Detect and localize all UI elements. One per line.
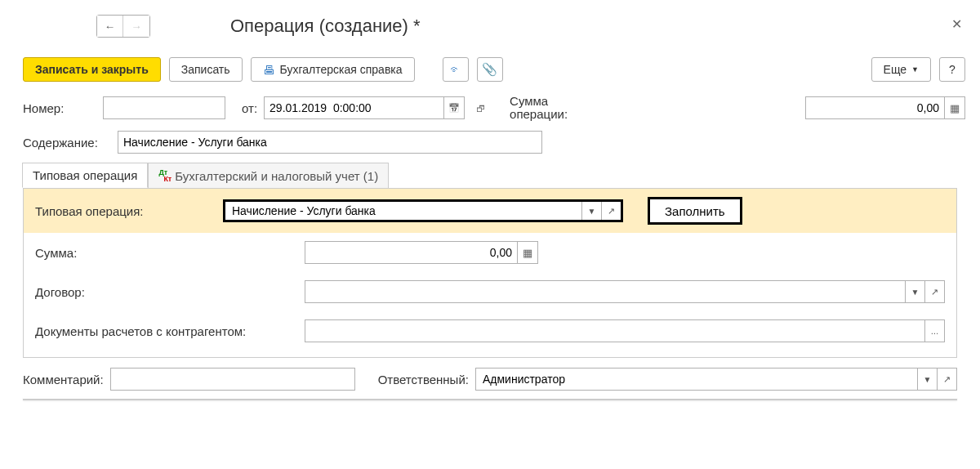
comment-input[interactable]	[110, 368, 355, 391]
tab2-label: Бухгалтерский и налоговый учет (1)	[175, 169, 378, 183]
docs-label: Документы расчетов с контрагентом:	[35, 324, 296, 338]
paperclip-icon: 📎	[482, 62, 497, 77]
sum-input[interactable]	[805, 96, 944, 119]
external-form-icon	[476, 101, 485, 114]
arrow-left-icon: ←	[105, 20, 115, 33]
chevron-down-icon: ▼	[924, 375, 932, 384]
chevron-down-icon: ▼	[911, 288, 920, 297]
tab-accounting[interactable]: ДтКт Бухгалтерский и налоговый учет (1)	[148, 163, 389, 188]
type-op-input[interactable]	[225, 202, 581, 220]
dtkt-icon: ДтКт	[158, 169, 172, 182]
fill-button[interactable]: Заполнить	[648, 197, 742, 225]
amount-input-group	[305, 241, 538, 264]
close-button[interactable]: ✕	[951, 16, 962, 32]
responsible-open-button[interactable]: ↗	[937, 368, 956, 390]
arrow-right-icon: →	[131, 20, 141, 33]
number-input[interactable]	[103, 96, 225, 119]
tabs-header: Типовая операция ДтКт Бухгалтерский и на…	[22, 163, 957, 188]
date-input-group	[264, 96, 465, 119]
row-amount: Сумма:	[24, 233, 956, 272]
more-button[interactable]: Еще ▼	[871, 57, 931, 82]
help-button[interactable]: ?	[939, 57, 965, 82]
chevron-down-icon: ▼	[911, 65, 919, 74]
tab-typical-operation[interactable]: Типовая операция	[22, 163, 148, 188]
printer-icon: 🖶	[263, 63, 275, 77]
calculator-icon	[950, 102, 960, 114]
content-label: Содержание:	[23, 136, 111, 150]
back-button[interactable]: ←	[97, 16, 123, 37]
header: ← → Операция (создание) * ✕	[15, 15, 965, 38]
attach-button[interactable]: 📎	[477, 57, 503, 82]
number-label: Номер:	[23, 101, 96, 115]
amount-input[interactable]	[305, 241, 517, 264]
calculator-icon	[523, 247, 532, 259]
date-input[interactable]	[264, 96, 443, 119]
row-content: Содержание:	[15, 131, 965, 154]
open-icon: ↗	[943, 374, 951, 385]
contract-dropdown-button[interactable]: ▼	[905, 281, 924, 302]
structure-button[interactable]: ᯤ	[443, 57, 469, 82]
contract-combo[interactable]: ▼ ↗	[305, 280, 945, 303]
ellipsis-icon: …	[931, 327, 939, 336]
open-icon: ↗	[608, 206, 615, 217]
date-label: от:	[242, 101, 257, 115]
print-reference-label: Бухгалтерская справка	[280, 63, 403, 76]
comment-label: Комментарий:	[23, 373, 104, 386]
responsible-combo[interactable]: ▼ ↗	[475, 368, 957, 391]
sum-calc-button[interactable]	[944, 96, 965, 119]
amount-label: Сумма:	[35, 246, 296, 260]
docs-select-button[interactable]: …	[924, 320, 944, 342]
tab-body: Типовая операция: ▼ ↗ Заполнить Сумма: Д…	[23, 188, 957, 358]
docs-input[interactable]	[305, 320, 924, 342]
content-input[interactable]	[118, 131, 542, 154]
print-reference-button[interactable]: 🖶 Бухгалтерская справка	[251, 57, 415, 82]
more-label: Еще	[884, 63, 907, 76]
calendar-button[interactable]	[443, 96, 465, 119]
docs-combo[interactable]: …	[305, 319, 945, 342]
chevron-down-icon: ▼	[588, 207, 596, 216]
save-and-close-button[interactable]: Записать и закрыть	[23, 57, 161, 82]
responsible-dropdown-button[interactable]: ▼	[917, 368, 937, 390]
save-button[interactable]: Записать	[169, 57, 243, 82]
calendar-icon	[448, 102, 460, 114]
structure-icon: ᯤ	[450, 63, 461, 76]
open-icon: ↗	[931, 287, 938, 297]
type-op-dropdown-button[interactable]: ▼	[581, 202, 601, 220]
sum-input-group	[805, 96, 965, 119]
row-contract: Договор: ▼ ↗	[24, 272, 956, 311]
contract-label: Договор:	[35, 285, 296, 299]
page-title: Операция (создание) *	[230, 16, 421, 37]
type-op-combo[interactable]: ▼ ↗	[223, 199, 623, 222]
contract-open-button[interactable]: ↗	[924, 281, 944, 302]
amount-calc-button[interactable]	[517, 241, 538, 264]
tab1-label: Типовая операция	[33, 168, 137, 182]
responsible-label: Ответственный:	[378, 373, 469, 386]
row-typical-operation: Типовая операция: ▼ ↗ Заполнить	[24, 189, 956, 233]
type-op-label: Типовая операция:	[35, 204, 215, 218]
responsible-input[interactable]	[476, 368, 917, 390]
footer-row: Комментарий: Ответственный: ▼ ↗	[15, 368, 965, 391]
nav-buttons: ← →	[96, 15, 150, 38]
forward-button[interactable]: →	[123, 16, 149, 37]
tabs-wrapper: Типовая операция ДтКт Бухгалтерский и на…	[15, 163, 965, 189]
contract-input[interactable]	[305, 281, 905, 302]
bottom-divider	[23, 397, 957, 400]
external-form-button[interactable]	[476, 101, 485, 114]
toolbar: Записать и закрыть Записать 🖶 Бухгалтерс…	[15, 57, 965, 82]
sum-label: Сумма операции:	[510, 95, 568, 121]
row-docs: Документы расчетов с контрагентом: …	[24, 311, 956, 351]
type-op-open-button[interactable]: ↗	[601, 202, 621, 220]
row-number-date-sum: Номер: от: Сумма операции:	[15, 95, 965, 121]
